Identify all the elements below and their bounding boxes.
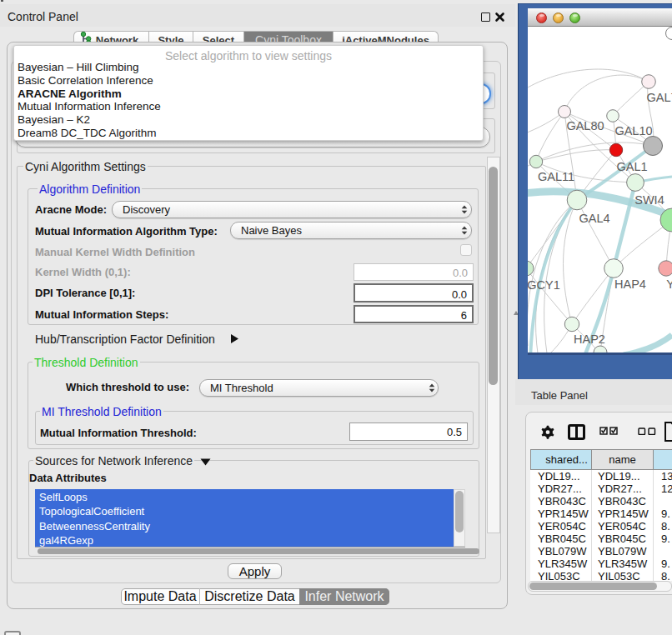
svg-text:GAL4: GAL4 (579, 212, 609, 225)
svg-text:HAP4: HAP4 (614, 278, 646, 291)
svg-text:GCY1: GCY1 (528, 278, 560, 292)
svg-text:Y: Y (666, 278, 672, 291)
svg-text:GAL11: GAL11 (538, 170, 574, 183)
svg-text:GAL1: GAL1 (616, 160, 647, 173)
svg-text:GAL10: GAL10 (614, 124, 652, 138)
svg-text:GAL80: GAL80 (566, 119, 604, 132)
svg-text:GAL7: GAL7 (646, 91, 672, 104)
svg-text:HAP2: HAP2 (574, 332, 605, 346)
svg-text:SWI4: SWI4 (634, 193, 664, 207)
